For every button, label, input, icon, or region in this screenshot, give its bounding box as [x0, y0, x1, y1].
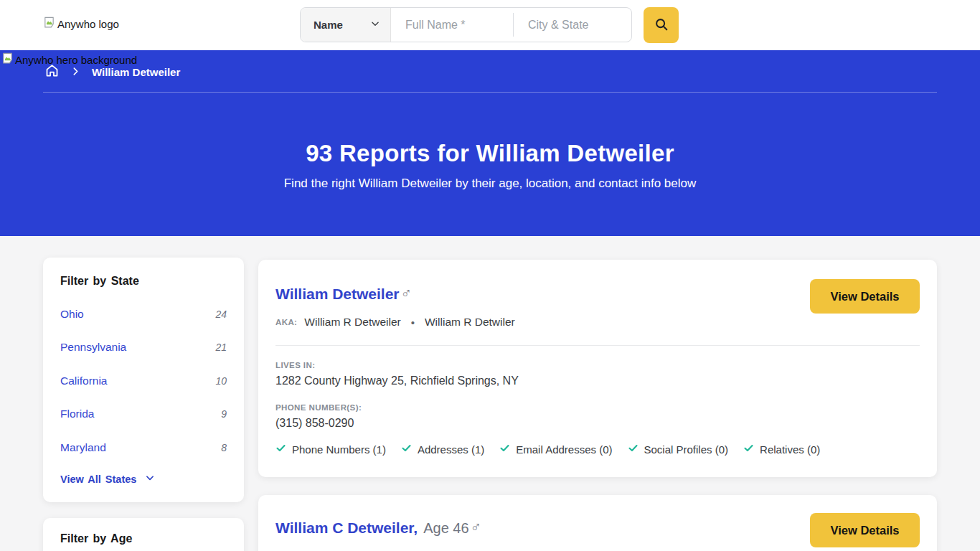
stat-relatives: Relatives (0)	[743, 443, 820, 456]
breadcrumb: William Detweiler	[44, 63, 180, 81]
aka-row: AKA: William R Detweiler • William R Det…	[275, 316, 515, 329]
page-subtitle: Find the right William Detweiler by thei…	[0, 176, 980, 191]
view-details-button[interactable]: View Details	[810, 279, 920, 314]
state-filter-row-maryland: Maryland 8	[60, 440, 227, 456]
state-link-pennsylvania[interactable]: Pennsylvania	[60, 341, 126, 354]
divider	[43, 92, 937, 93]
view-all-states-label: View All States	[60, 474, 136, 485]
city-state-input[interactable]	[514, 8, 631, 42]
state-count: 21	[215, 342, 227, 353]
phone-numbers-label: PHONE NUMBER(S):	[275, 403, 362, 412]
search-category-label: Name	[314, 19, 343, 31]
anywho-logo[interactable]: Anywho logo	[43, 17, 119, 32]
check-icon	[499, 443, 510, 456]
check-icon	[401, 443, 412, 456]
address-value: 1282 County Highway 25, Richfield Spring…	[275, 375, 519, 387]
state-count: 10	[215, 375, 227, 387]
state-link-florida[interactable]: Florida	[60, 408, 94, 420]
male-gender-icon: ♂	[471, 518, 482, 535]
age-filter-title: Filter by Age	[60, 532, 132, 545]
broken-image-icon	[1, 52, 14, 67]
state-filter-row-florida: Florida 9	[60, 406, 227, 422]
stat-label: Social Profiles (0)	[644, 443, 729, 456]
lives-in-label: LIVES IN:	[275, 361, 315, 369]
stat-phone-numbers: Phone Numbers (1)	[275, 443, 386, 456]
state-filter-row-california: California 10	[60, 373, 227, 389]
state-filter-title: Filter by State	[60, 275, 139, 288]
view-details-button[interactable]: View Details	[810, 513, 920, 547]
state-count: 24	[215, 309, 227, 320]
aka-value: William R Detwiler	[425, 316, 515, 329]
top-header: Anywho logo Name	[0, 0, 980, 50]
chevron-down-icon	[370, 19, 380, 32]
search-icon	[654, 17, 669, 34]
person-age: Age 46	[423, 520, 468, 537]
phone-number-value: (315) 858-0290	[275, 417, 354, 430]
full-name-input[interactable]	[391, 8, 513, 42]
stat-label: Relatives (0)	[760, 443, 820, 456]
view-all-states-link[interactable]: View All States	[60, 473, 155, 486]
people-search-form: Name	[300, 7, 632, 42]
state-count: 8	[221, 442, 227, 453]
filter-by-state-card: Filter by State Ohio 24 Pennsylvania 21 …	[43, 258, 244, 502]
search-button[interactable]	[644, 7, 679, 43]
person-name-link[interactable]: William C Detweiler,	[275, 519, 418, 537]
anywho-results-page: { "header": { "logo_alt": "Anywho logo",…	[0, 0, 980, 551]
stat-label: Phone Numbers (1)	[292, 443, 386, 456]
check-icon	[743, 443, 754, 456]
state-link-california[interactable]: California	[60, 375, 107, 387]
stat-social-profiles: Social Profiles (0)	[628, 443, 729, 456]
state-count: 9	[221, 408, 227, 420]
record-stats-row: Phone Numbers (1) Addresses (1) Email Ad…	[275, 443, 820, 456]
bullet-separator: •	[411, 316, 415, 329]
person-name-link[interactable]: William Detweiler	[275, 286, 400, 303]
stat-email-addresses: Email Addresses (0)	[499, 443, 612, 456]
male-gender-icon: ♂	[401, 284, 413, 301]
search-category-select[interactable]: Name	[301, 8, 391, 42]
person-name-row: William C Detweiler, Age 46 ♂	[275, 519, 481, 537]
result-card: William Detweiler ♂ View Details AKA: Wi…	[258, 260, 937, 477]
state-filter-row-pennsylvania: Pennsylvania 21	[60, 339, 227, 355]
page-title: 93 Reports for William Detweiler	[0, 140, 980, 167]
person-name-row: William Detweiler ♂	[275, 286, 412, 303]
state-filter-row-ohio: Ohio 24	[60, 306, 227, 322]
breadcrumb-current-page: William Detweiler	[92, 66, 180, 78]
check-icon	[275, 443, 286, 456]
state-link-ohio[interactable]: Ohio	[60, 308, 84, 321]
divider	[275, 345, 920, 346]
logo-alt-text: Anywho logo	[57, 18, 119, 30]
aka-value: William R Detweiler	[304, 316, 400, 329]
stat-label: Addresses (1)	[418, 443, 484, 456]
filter-by-age-card: Filter by Age	[43, 518, 244, 551]
broken-image-icon	[43, 17, 55, 32]
chevron-down-icon	[145, 473, 155, 486]
home-icon[interactable]	[44, 63, 60, 81]
check-icon	[628, 443, 639, 456]
chevron-right-icon	[71, 66, 80, 79]
stat-label: Email Addresses (0)	[516, 443, 612, 456]
result-card: William C Detweiler, Age 46 ♂ View Detai…	[258, 495, 937, 551]
aka-label: AKA:	[275, 318, 297, 326]
state-link-maryland[interactable]: Maryland	[60, 441, 106, 454]
stat-addresses: Addresses (1)	[401, 443, 484, 456]
hero-banner: Anywho hero background William Detweiler…	[0, 50, 980, 236]
